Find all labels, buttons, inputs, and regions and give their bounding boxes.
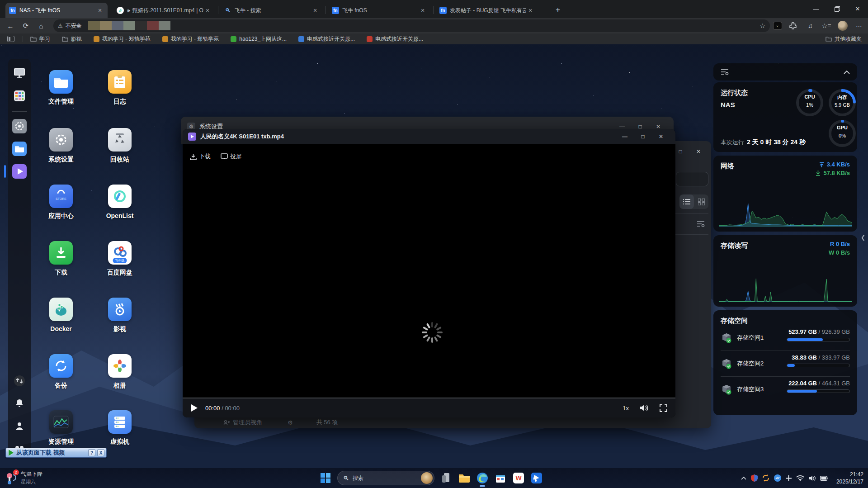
bookmark-item[interactable]: 影视 xyxy=(62,35,82,43)
dock-item-settings[interactable] xyxy=(11,118,28,134)
bookmark-item[interactable]: 电感式接近开关原... xyxy=(367,35,423,43)
taskbar-item-media-app[interactable] xyxy=(528,469,546,487)
dock-item-video-player[interactable] xyxy=(11,163,28,180)
address-bar[interactable]: ⚠ 不安全 ☆ xyxy=(53,19,770,32)
desktop-icon-folder-blue[interactable]: 文件管理 xyxy=(34,70,88,106)
fullscreen-icon[interactable] xyxy=(660,404,667,412)
download-bar-label[interactable]: 从该页面下载 视频 xyxy=(16,449,86,457)
browser-tab[interactable]: 🔍︎飞牛 - 搜索✕ xyxy=(221,3,323,18)
volume-icon[interactable] xyxy=(640,404,649,412)
taskbar-item-store[interactable] xyxy=(491,469,509,487)
player-titlebar[interactable]: 人民的名义4K S01E01 txb.mp4 — □ ✕ xyxy=(183,129,675,144)
dock-app-grid-button[interactable] xyxy=(11,88,28,104)
sidebar-toggle-icon[interactable] xyxy=(7,36,14,42)
list-view-icon[interactable] xyxy=(679,194,694,209)
favorites-list-icon[interactable]: ☆≡ xyxy=(820,20,833,32)
favorite-star-icon[interactable]: ☆ xyxy=(760,22,765,29)
dock-transfer-button[interactable] xyxy=(11,373,28,389)
desktop-icon-sync[interactable]: 备份 xyxy=(34,354,88,390)
volume-row[interactable]: 存储空间1523.97 GB / 926.39 GB xyxy=(721,325,850,351)
tray-hidden-icons-chevron[interactable] xyxy=(741,476,746,480)
taskbar-item-phone-link[interactable] xyxy=(437,469,455,487)
fm-settings-gear-icon[interactable]: ⚙ xyxy=(288,419,293,426)
dock-user-button[interactable] xyxy=(11,418,28,434)
profile-avatar[interactable] xyxy=(836,20,849,32)
desktop-icon-gear-gray[interactable]: 系统设置 xyxy=(34,128,88,164)
taskbar-item-wps[interactable]: W xyxy=(509,469,528,487)
volume-row[interactable]: 存储空间238.83 GB / 333.97 GB xyxy=(721,351,850,376)
home-icon[interactable]: ⌂ xyxy=(35,20,47,32)
tab-close-icon[interactable]: ✕ xyxy=(526,6,534,14)
back-icon[interactable]: ← xyxy=(5,20,16,32)
dock-item-files[interactable] xyxy=(11,141,28,157)
desktop-icon-clipboard[interactable]: 日志 xyxy=(93,70,147,106)
tray-input-indicator-icon[interactable] xyxy=(786,475,792,481)
other-favorites-button[interactable]: 其他收藏夹 xyxy=(826,35,862,43)
fm-close-button[interactable]: ✕ xyxy=(689,145,708,158)
tab-close-icon[interactable]: ✕ xyxy=(96,6,104,14)
search-daily-icon[interactable] xyxy=(421,472,433,484)
playback-speed-button[interactable]: 1x xyxy=(623,405,629,412)
fm-search-input[interactable] xyxy=(676,172,708,186)
taskbar-search-box[interactable]: 🔍︎ 搜索 xyxy=(337,471,434,485)
refresh-icon[interactable]: ⟳ xyxy=(20,20,32,32)
start-button[interactable] xyxy=(316,469,335,487)
browser-tab[interactable]: ∂🕪甄嬛传.2011.S01E01.mp4 | Op✕ xyxy=(113,3,215,18)
download-bar-close-button[interactable]: X xyxy=(97,449,104,456)
player-download-button[interactable]: 下载 xyxy=(190,152,211,161)
browser-tab[interactable]: fn发表帖子 - BUG反馈 飞牛私有云论✕ xyxy=(436,3,538,18)
bookmark-item[interactable]: 学习 xyxy=(30,35,50,43)
play-button[interactable] xyxy=(191,404,198,412)
desktop-icon-docker[interactable]: Docker xyxy=(34,298,88,332)
browser-close-button[interactable]: ✕ xyxy=(847,0,868,17)
panel-collapse-chevron[interactable] xyxy=(844,70,850,74)
desktop-icon-film[interactable]: 影视 xyxy=(93,298,147,333)
desktop-icon-openlist[interactable]: OpenList xyxy=(93,185,147,219)
tray-wifi-icon[interactable] xyxy=(796,475,804,481)
grid-view-icon[interactable] xyxy=(694,194,708,209)
tab-audio-icon[interactable]: 🕪 xyxy=(127,8,130,14)
media-hub-icon[interactable]: ♫ xyxy=(804,20,816,32)
player-control-bar[interactable]: 00:00 / 00:00 1x xyxy=(183,398,675,417)
volume-row[interactable]: 存储空间3222.04 GB / 464.31 GB xyxy=(721,377,850,402)
browser-tab[interactable]: fnNAS - 飞牛 fnOS✕ xyxy=(5,3,108,18)
player-minimize-button[interactable]: — xyxy=(616,130,634,143)
tray-security-icon[interactable] xyxy=(751,474,758,482)
desktop-icon-netdisk[interactable]: 飞牛版百度网盘 xyxy=(93,241,147,277)
tray-sync-icon[interactable] xyxy=(762,474,769,482)
download-notification-bar[interactable]: 从该页面下载 视频 ? X xyxy=(5,448,107,458)
player-close-button[interactable]: ✕ xyxy=(652,130,670,143)
desktop-icon-photos[interactable]: 相册 xyxy=(93,354,147,390)
player-cast-button[interactable]: 投屏 xyxy=(221,152,242,161)
tab-close-icon[interactable]: ✕ xyxy=(419,6,427,14)
monitor-filter-icon[interactable] xyxy=(721,69,729,75)
fm-admin-view-label[interactable]: 管理员视角 xyxy=(233,418,262,426)
taskbar-item-edge[interactable] xyxy=(473,469,491,487)
fm-view-toggle[interactable] xyxy=(679,194,708,209)
dock-desktop-button[interactable] xyxy=(11,65,28,81)
tab-close-icon[interactable]: ✕ xyxy=(203,6,212,14)
player-maximize-button[interactable]: □ xyxy=(634,130,652,143)
tray-battery-icon[interactable] xyxy=(820,476,828,481)
bookmark-item[interactable]: 电感式接近开关原... xyxy=(298,35,355,43)
desktop-icon-vm[interactable]: 虚拟机 xyxy=(93,410,147,446)
bookmark-item[interactable]: hao123_上网从这... xyxy=(231,35,287,43)
taskbar-item-file-explorer[interactable] xyxy=(455,469,473,487)
desktop-icon-recycle[interactable]: 回收站 xyxy=(93,128,147,164)
download-bar-help-button[interactable]: ? xyxy=(88,449,95,456)
browser-restore-button[interactable] xyxy=(826,0,847,17)
edge-handle-icon[interactable]: ❮ xyxy=(861,234,865,241)
browser-minimize-button[interactable]: — xyxy=(806,0,826,17)
tray-messenger-icon[interactable] xyxy=(774,474,781,482)
dock-notifications-bell[interactable] xyxy=(11,395,28,412)
taskbar-clock[interactable]: 21:42 2025/12/17 xyxy=(836,471,863,485)
fm-filter-icon[interactable] xyxy=(697,221,705,227)
bookmark-item[interactable]: 我的学习 - 郑轨学苑 xyxy=(162,35,219,43)
extensions-puzzle-icon[interactable] xyxy=(787,20,799,32)
desktop-icon-res-monitor[interactable]: 资源管理 xyxy=(34,410,88,446)
tray-volume-icon[interactable] xyxy=(809,475,816,481)
bookmark-item[interactable]: 我的学习 - 郑轨学苑 xyxy=(94,35,151,43)
browser-menu-icon[interactable]: ⋯ xyxy=(853,20,865,32)
desktop-icon-store[interactable]: STORE应用中心 xyxy=(34,185,88,220)
browser-tab[interactable]: fn飞牛 fnOS✕ xyxy=(328,3,430,18)
